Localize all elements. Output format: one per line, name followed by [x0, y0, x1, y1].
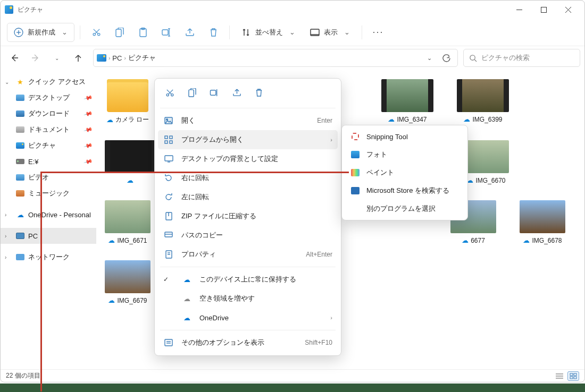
ctx-keep-on-device[interactable]: ✓☁このデバイス上に常に保持する — [158, 270, 338, 289]
sub-snipping-tool[interactable]: Snipping Tool — [344, 127, 465, 146]
recent-dropdown[interactable]: ⌄ — [47, 48, 66, 67]
crumb-dropdown[interactable]: ⌄ — [421, 50, 437, 66]
crumb-pictures[interactable]: ピクチャ — [128, 53, 156, 63]
rename-button[interactable] — [156, 23, 177, 42]
sub-photos[interactable]: フォト — [344, 146, 465, 164]
pictures-icon — [97, 54, 106, 62]
details-view-button[interactable] — [554, 371, 565, 381]
ctx-rotate-right[interactable]: 右に回転 — [158, 168, 338, 188]
file-name: IMG_6678 — [532, 237, 562, 244]
rename-button[interactable] — [205, 84, 224, 101]
forward-button[interactable] — [26, 48, 45, 67]
copy-button[interactable] — [182, 84, 202, 101]
crumb-pc[interactable]: PC — [112, 54, 122, 62]
context-toolbar — [158, 82, 338, 105]
svg-rect-12 — [140, 29, 146, 37]
file-item[interactable]: ☁IMG_6679 — [105, 260, 151, 304]
sub-label: Snipping Tool — [366, 133, 408, 141]
ctx-copy-path[interactable]: パスのコピー — [158, 226, 338, 245]
ctx-open[interactable]: 開くEnter — [158, 111, 338, 130]
file-item[interactable]: ☁IMG_6671 — [105, 200, 151, 244]
sub-label: ペイント — [366, 168, 394, 177]
up-button[interactable] — [69, 48, 88, 67]
chevron-down-icon: ⌄ — [289, 28, 295, 36]
back-button[interactable] — [5, 48, 24, 67]
share-button[interactable] — [179, 23, 200, 42]
cloud-icon: ☁ — [388, 115, 395, 123]
ctx-properties[interactable]: プロパティAlt+Enter — [158, 245, 338, 264]
videos-icon — [16, 174, 24, 181]
rotate-left-icon — [163, 192, 174, 202]
sidebar-pc[interactable]: ›PC — [1, 228, 96, 244]
maximize-button[interactable] — [531, 1, 556, 18]
ctx-free-space[interactable]: ☁空き領域を増やす — [158, 289, 338, 308]
sidebar-item-desktop[interactable]: デスクトップ📌 — [1, 90, 96, 106]
sub-paint[interactable]: ペイント — [344, 164, 465, 182]
sub-store-search[interactable]: Microsoft Store を検索する — [344, 182, 465, 200]
svg-rect-51 — [165, 339, 172, 346]
cut-button[interactable] — [160, 84, 179, 101]
folder-icon — [107, 79, 148, 112]
cut-button[interactable] — [86, 23, 107, 42]
titlebar: ピクチャ — [1, 1, 584, 19]
svg-rect-42 — [165, 156, 173, 161]
ctx-open-with[interactable]: プログラムから開く› — [158, 130, 338, 149]
search-box[interactable]: ピクチャの検索 — [463, 49, 580, 67]
sidebar-label: クイック アクセス — [28, 77, 86, 87]
sidebar-item-downloads[interactable]: ダウンロード📌 — [1, 106, 96, 122]
ctx-more-options[interactable]: その他のオプションを表示Shift+F10 — [158, 333, 338, 352]
ctx-set-background[interactable]: デスクトップの背景として設定 — [158, 149, 338, 168]
view-label: 表示 — [324, 28, 338, 37]
taskbar-strip — [0, 384, 585, 392]
file-item[interactable]: ☁IMG_6399 — [457, 79, 509, 124]
video-thumb — [381, 79, 433, 112]
new-button[interactable]: 新規作成 ⌄ — [7, 23, 74, 42]
sidebar-network[interactable]: ›ネットワーク — [1, 249, 96, 265]
onedrive-icon: ☁ — [181, 312, 192, 323]
delete-button[interactable] — [203, 23, 224, 42]
sidebar-quick-access[interactable]: ⌄ ★ クイック アクセス — [1, 74, 96, 90]
file-item[interactable]: ☁IMG_6678 — [520, 200, 565, 244]
file-item[interactable]: ☁IMG_6670 — [463, 140, 509, 184]
refresh-button[interactable] — [438, 50, 454, 66]
ctx-rotate-left[interactable]: 左に回転 — [158, 188, 338, 207]
sidebar-label: OneDrive - Personal — [28, 211, 91, 219]
check-icon: ✓ — [163, 276, 174, 283]
thumbnails-view-button[interactable] — [567, 371, 579, 381]
sidebar-onedrive[interactable]: ›☁OneDrive - Personal — [1, 207, 96, 223]
sidebar-item-videos[interactable]: ビデオ — [1, 169, 96, 185]
sub-choose-program[interactable]: 別のプログラムを選択 — [344, 200, 465, 218]
sidebar-item-drive-e[interactable]: E:¥📌 — [1, 154, 96, 169]
chevron-down-icon: ⌄ — [344, 28, 350, 36]
view-button[interactable]: 表示 ⌄ — [304, 23, 356, 42]
delete-button[interactable] — [249, 84, 269, 101]
file-name: IMG_6671 — [117, 237, 147, 244]
sort-button[interactable]: 並べ替え ⌄ — [235, 23, 302, 42]
cloud-icon: ☁ — [181, 293, 192, 304]
cloud-icon: ☁ — [108, 296, 115, 304]
pin-icon: 📌 — [83, 125, 94, 134]
sidebar-item-documents[interactable]: ドキュメント📌 — [1, 122, 96, 138]
copy-button[interactable] — [109, 23, 130, 42]
ctx-hint: Shift+F10 — [305, 339, 332, 346]
breadcrumb-bar[interactable]: › PC › ピクチャ ⌄ — [93, 49, 458, 67]
ctx-compress-zip[interactable]: ZIP ファイルに圧縮する — [158, 207, 338, 226]
ctx-onedrive[interactable]: ☁OneDrive› — [158, 308, 338, 327]
photos-icon — [350, 150, 360, 159]
ctx-label: その他のオプションを表示 — [181, 338, 264, 347]
star-icon: ★ — [15, 78, 25, 86]
sidebar-item-pictures[interactable]: ピクチャ📌 — [1, 138, 96, 154]
folder-item[interactable]: ☁カメラ ロー — [105, 79, 151, 124]
ctx-label: プログラムから開く — [181, 135, 244, 144]
close-button[interactable] — [556, 1, 580, 18]
sidebar-item-music[interactable]: ミュージック — [1, 185, 96, 201]
more-button[interactable]: ··· — [367, 23, 389, 42]
file-item[interactable]: ☁IMG_6347 — [381, 79, 433, 124]
share-button[interactable] — [227, 84, 246, 101]
cloud-icon: ☁ — [462, 236, 469, 244]
paste-button[interactable] — [132, 23, 154, 42]
file-item[interactable]: ☁ — [105, 140, 157, 184]
window-title: ピクチャ — [18, 5, 43, 14]
plus-circle-icon — [14, 28, 23, 37]
minimize-button[interactable] — [507, 1, 531, 18]
